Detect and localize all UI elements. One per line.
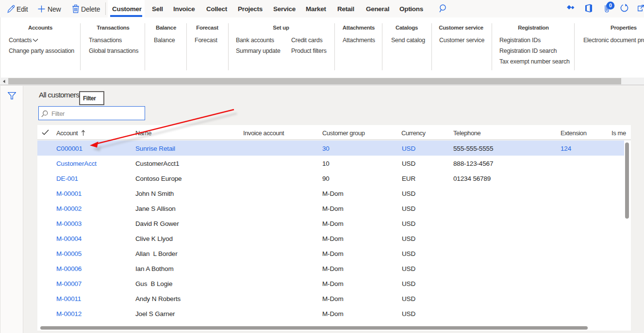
svg-text:0: 0 — [609, 2, 612, 8]
